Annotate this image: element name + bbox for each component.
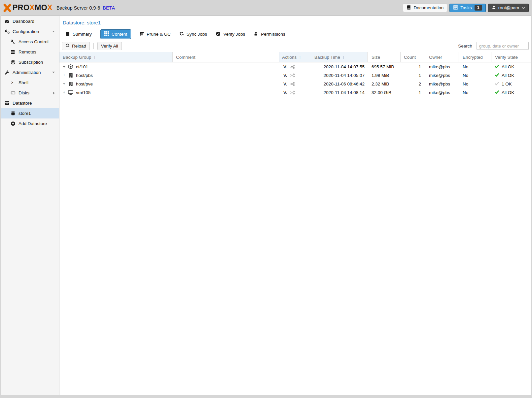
- search-input[interactable]: [477, 42, 529, 50]
- size-cell: 32.00 GiB: [368, 88, 401, 97]
- proxmox-brand: PROXMOX Backup Server 0.9-6 BETA: [2, 4, 115, 12]
- column-label: Backup Group: [63, 55, 91, 60]
- encrypted-cell: No: [458, 88, 491, 97]
- column-header-encrypted[interactable]: Encrypted: [458, 52, 491, 62]
- column-header-count[interactable]: Count: [401, 52, 425, 62]
- tasks-button[interactable]: Tasks 1: [449, 4, 485, 12]
- comment-cell: [173, 88, 279, 97]
- count-cell: 1: [401, 71, 425, 80]
- verify-all-button[interactable]: Verify All: [97, 42, 122, 50]
- wordmark-seg: MO: [35, 4, 47, 12]
- check-ok-icon: [495, 90, 499, 95]
- prune-scissors-icon[interactable]: [290, 90, 295, 95]
- verify-action[interactable]: V.: [283, 82, 287, 86]
- prune-scissors-icon[interactable]: [290, 82, 295, 86]
- column-header-verify-state[interactable]: Verify State: [491, 52, 531, 62]
- caret-right-icon: [53, 92, 55, 94]
- tab-sync-jobs[interactable]: Sync Jobs: [179, 31, 207, 37]
- archive-box-icon: [4, 101, 10, 106]
- column-label: Count: [404, 55, 416, 60]
- comment-cell: [173, 80, 279, 88]
- column-header-size[interactable]: Size: [368, 52, 401, 62]
- tab-prune-gc[interactable]: Prune & GC: [140, 31, 171, 37]
- user-label: root@pam: [498, 5, 519, 10]
- hdd-icon: [10, 90, 16, 96]
- column-header-comment[interactable]: Comment: [173, 52, 279, 62]
- server-bars-icon: [10, 50, 16, 55]
- table-row[interactable]: + host/pbs V. 2020-11-04 14:05:07 1.98 M…: [59, 71, 531, 80]
- expand-icon[interactable]: +: [62, 71, 66, 80]
- column-header-backup-group[interactable]: Backup Group ↑: [59, 52, 173, 62]
- sidebar-item-store1[interactable]: store1: [1, 108, 59, 118]
- backup-group-name: host/pbs: [76, 73, 93, 78]
- sidebar-item-label: Shell: [18, 80, 28, 85]
- expand-icon[interactable]: +: [62, 88, 66, 97]
- top-actions: Documentation Tasks 1 root@pam: [403, 4, 530, 12]
- sidebar-item-remotes[interactable]: Remotes: [1, 47, 59, 57]
- expand-icon[interactable]: +: [62, 62, 66, 71]
- tab-permissions[interactable]: Permissions: [254, 31, 285, 37]
- wordmark-seg: X: [29, 4, 35, 12]
- sidebar-item-add-datastore[interactable]: Add Datastore: [1, 118, 59, 129]
- wordmark-seg: PRO: [13, 4, 29, 12]
- owner-cell: mike@pbs: [425, 88, 458, 97]
- column-label: Encrypted: [463, 55, 483, 60]
- verify-action[interactable]: V.: [283, 64, 287, 69]
- beta-link[interactable]: BETA: [103, 5, 115, 11]
- trash-icon: [140, 31, 144, 37]
- sidebar-item-label: Remotes: [18, 50, 36, 54]
- check-partial-icon: [495, 81, 499, 87]
- sidebar-item-disks[interactable]: Disks: [1, 88, 59, 98]
- tab-summary[interactable]: Summary: [65, 31, 92, 37]
- tab-label: Prune & GC: [147, 32, 171, 37]
- host-building-icon: [68, 82, 74, 86]
- documentation-label: Documentation: [413, 5, 443, 10]
- sidebar-item-datastore[interactable]: Datastore: [1, 98, 59, 108]
- user-menu-button[interactable]: root@pam: [488, 4, 529, 12]
- column-label: Backup Time: [314, 55, 340, 60]
- reload-button[interactable]: Reload: [62, 42, 90, 50]
- tab-label: Verify Jobs: [223, 32, 245, 37]
- owner-cell: mike@pbs: [425, 62, 458, 71]
- verify-action[interactable]: V.: [283, 90, 287, 95]
- gears-icon: [4, 29, 10, 34]
- column-label: Comment: [176, 55, 195, 60]
- host-building-icon: [68, 73, 74, 78]
- dashboard-gauge-icon: [4, 19, 10, 24]
- tab-verify-jobs[interactable]: Verify Jobs: [216, 31, 245, 37]
- grid-icon: [104, 31, 109, 37]
- page-title: Datastore: store1: [59, 16, 531, 25]
- tab-content[interactable]: Content: [100, 29, 131, 39]
- user-icon: [492, 5, 496, 11]
- sidebar-item-shell[interactable]: >_ Shell: [1, 78, 59, 88]
- encrypted-cell: No: [458, 80, 491, 88]
- sidebar-item-access-control[interactable]: Access Control: [1, 37, 59, 47]
- table-row[interactable]: + host/pve V. 2020-11-06 08:46:42 2.32 M…: [59, 80, 531, 88]
- prune-scissors-icon[interactable]: [290, 73, 295, 78]
- container-cube-icon: [68, 64, 74, 69]
- size-cell: 695.57 MiB: [368, 62, 401, 71]
- verify-action[interactable]: V.: [283, 73, 287, 78]
- column-header-owner[interactable]: Owner: [425, 52, 458, 62]
- documentation-button[interactable]: Documentation: [403, 4, 447, 12]
- check-ok-icon: [495, 64, 499, 70]
- size-cell: 1.98 MiB: [368, 71, 401, 80]
- check-ok-icon: [495, 73, 499, 78]
- verify-state-cell: All OK: [491, 71, 531, 80]
- sidebar-item-configuration[interactable]: Configuration: [1, 26, 59, 37]
- sidebar-item-dashboard[interactable]: Dashboard: [1, 16, 59, 26]
- prune-scissors-icon[interactable]: [290, 65, 295, 69]
- sidebar-item-label: Datastore: [13, 101, 32, 106]
- sidebar-item-subscription[interactable]: Subscription: [1, 57, 59, 67]
- table-row[interactable]: + vm/105 V. 2020-11-04 14:08:14 32.00 Gi…: [59, 88, 531, 97]
- expand-icon[interactable]: +: [62, 80, 66, 88]
- chevron-down-icon: [521, 7, 525, 9]
- column-header-backup-time[interactable]: Backup Time ↑: [311, 52, 368, 62]
- verify-state-cell: All OK: [491, 62, 531, 71]
- column-label: Owner: [429, 55, 442, 60]
- table-row[interactable]: + ct/101 V. 2020-11-04 14:07:55 695.57 M…: [59, 62, 531, 71]
- column-header-actions[interactable]: Actions ↑: [279, 52, 311, 62]
- tasks-count-badge: 1: [475, 5, 482, 11]
- owner-cell: mike@pbs: [425, 80, 458, 88]
- sidebar-item-administration[interactable]: Administration: [1, 67, 59, 78]
